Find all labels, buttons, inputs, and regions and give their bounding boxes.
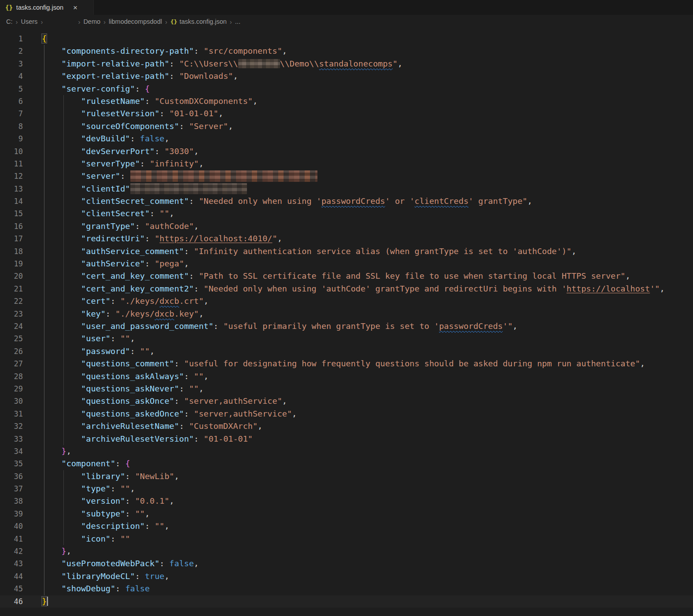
- code-line[interactable]: 4 "export-relative-path": "Downloads",: [0, 70, 693, 82]
- code-line[interactable]: 41 "icon": "": [0, 533, 693, 545]
- code-token: [42, 109, 81, 118]
- code-line[interactable]: 12 "server":: [0, 170, 693, 182]
- code-line[interactable]: 17 "redirectUri": "https://localhost:401…: [0, 232, 693, 245]
- code-line[interactable]: 46}: [0, 595, 693, 608]
- code-token: [42, 546, 62, 556]
- code-line[interactable]: 6 "rulesetName": "CustomDXComponents",: [0, 95, 693, 107]
- code-token: :: [174, 359, 184, 368]
- code-line[interactable]: 25 "user": "",: [0, 332, 693, 345]
- code-token: [42, 521, 81, 531]
- line-number: 25: [0, 332, 23, 345]
- line-number: 19: [0, 258, 23, 270]
- code-token: ,: [277, 234, 282, 243]
- breadcrumb-label: Users: [21, 18, 38, 25]
- breadcrumb-item[interactable]: C:: [6, 18, 13, 25]
- code-line[interactable]: 36 "library": "NewLib",: [0, 470, 693, 483]
- breadcrumb-item[interactable]: {}tasks.config.json: [170, 18, 227, 25]
- line-number: 11: [0, 158, 23, 170]
- code-line[interactable]: 42 },: [0, 545, 693, 557]
- code-line[interactable]: 15 "clientSecret": "",: [0, 207, 693, 220]
- breadcrumb-item[interactable]: Demo: [83, 18, 100, 25]
- line-number: 44: [0, 570, 23, 583]
- code-token: "redirectUri": [81, 234, 145, 243]
- tab-tasks-config-json[interactable]: {} tasks.config.json ×: [0, 0, 94, 15]
- code-line[interactable]: 20 "cert_and_key_comment": "Path to SSL …: [0, 270, 693, 282]
- editor[interactable]: 1{2 "components-directory-path": "src/co…: [0, 28, 693, 608]
- code-line[interactable]: 14 "clientSecret_comment": "Needed only …: [0, 195, 693, 207]
- line-number: 46: [0, 595, 23, 608]
- code-token: https://localhost:4010/: [159, 234, 272, 243]
- code-line[interactable]: 22 "cert": "./keys/dxcb.crt",: [0, 295, 693, 307]
- code-line[interactable]: 45 "showDebug": false: [0, 583, 693, 595]
- code-line[interactable]: 18 "authService_comment": "Infinity auth…: [0, 245, 693, 258]
- code-text: }: [42, 595, 48, 608]
- code-line[interactable]: 21 "cert_and_key_comment2": "Needed only…: [0, 283, 693, 295]
- code-line[interactable]: 40 "description": "",: [0, 520, 693, 532]
- code-token: dxcb: [155, 309, 174, 318]
- code-line[interactable]: 44 "libraryModeCL": true,: [0, 570, 693, 583]
- code-token: :: [170, 59, 179, 68]
- code-line[interactable]: 7 "rulesetVersion": "01-01-01",: [0, 107, 693, 120]
- code-line[interactable]: 8 "sourceOfComponents": "Server",: [0, 120, 693, 133]
- code-text: "cert_and_key_comment2": "Needed only wh…: [42, 283, 665, 295]
- line-number: 1: [0, 33, 23, 45]
- breadcrumb-item[interactable]: libmodecompsdodl: [109, 18, 162, 25]
- code-token: ,: [194, 147, 199, 156]
- code-line[interactable]: 33 "archiveRulesetVersion": "01-01-01": [0, 433, 693, 445]
- code-token: :: [155, 147, 164, 156]
- breadcrumb-item-redacted[interactable]: [46, 18, 75, 25]
- code-line[interactable]: 34 },: [0, 445, 693, 457]
- code-line[interactable]: 3 "import-relative-path": "C:\\Users\\\\…: [0, 58, 693, 70]
- code-token: .crt": [179, 296, 204, 306]
- code-line[interactable]: 23 "key": "./keys/dxcb.key",: [0, 308, 693, 320]
- code-line[interactable]: 28 "questions_askAlways": "",: [0, 370, 693, 383]
- code-token: :: [125, 496, 135, 505]
- code-token: [42, 271, 81, 280]
- code-token: "showDebug": [62, 584, 116, 593]
- code-line[interactable]: 9 "devBuild": false,: [0, 133, 693, 145]
- code-token: ,: [164, 134, 169, 143]
- code-token: "server,authService": [194, 409, 292, 418]
- code-token: "password": [81, 347, 130, 356]
- code-line[interactable]: 29 "questions_askNever": "",: [0, 383, 693, 395]
- code-line[interactable]: 13 "clientId": [0, 183, 693, 195]
- breadcrumb-item[interactable]: Users: [21, 18, 38, 25]
- code-text: "clientSecret": "",: [42, 207, 174, 220]
- code-line[interactable]: 5 "server-config": {: [0, 83, 693, 95]
- code-line[interactable]: 32 "archiveRulesetName": "CustomDXArch",: [0, 420, 693, 432]
- code-text: "devServerPort": "3030",: [42, 145, 199, 158]
- code-text: "redirectUri": "https://localhost:4010/"…: [42, 232, 282, 245]
- code-line[interactable]: 16 "grantType": "authCode",: [0, 220, 693, 232]
- code-line[interactable]: 30 "questions_askOnce": "server,authServ…: [0, 395, 693, 407]
- code-line[interactable]: 10 "devServerPort": "3030",: [0, 145, 693, 158]
- line-number: 37: [0, 483, 23, 495]
- code-line[interactable]: 2 "components-directory-path": "src/comp…: [0, 45, 693, 57]
- line-number: 18: [0, 245, 23, 258]
- code-token: "components-directory-path": [62, 46, 194, 55]
- code-line[interactable]: 11 "serverType": "infinity",: [0, 158, 693, 170]
- code-line[interactable]: 31 "questions_askedOnce": "server,authSe…: [0, 408, 693, 420]
- code-token: :: [135, 84, 145, 93]
- code-line[interactable]: 43 "usePromotedWebPack": false,: [0, 557, 693, 570]
- code-text: "components-directory-path": "src/compon…: [42, 45, 287, 57]
- code-line[interactable]: 26 "password": "",: [0, 345, 693, 358]
- code-line[interactable]: 19 "authService": "pega",: [0, 258, 693, 270]
- code-line[interactable]: 37 "type": "",: [0, 483, 693, 495]
- code-line[interactable]: 39 "subtype": "",: [0, 508, 693, 520]
- close-icon[interactable]: ×: [73, 4, 77, 11]
- line-number: 26: [0, 345, 23, 358]
- code-token: [42, 321, 81, 331]
- code-token: [42, 46, 62, 55]
- code-token: :: [120, 171, 130, 181]
- code-line[interactable]: 35 "component": {: [0, 457, 693, 470]
- code-line[interactable]: 24 "user_and_password_comment": "useful …: [0, 320, 693, 332]
- breadcrumb-item[interactable]: ...: [235, 18, 240, 25]
- code-line[interactable]: 38 "version": "0.0.1",: [0, 495, 693, 507]
- code-line[interactable]: 1{: [0, 33, 693, 45]
- code-line[interactable]: 27 "questions_comment": "useful for desi…: [0, 358, 693, 370]
- line-number: 39: [0, 508, 23, 520]
- code-token: "archiveRulesetVersion": [81, 434, 194, 443]
- code-token: [42, 171, 81, 181]
- code-text: "rulesetName": "CustomDXComponents",: [42, 95, 258, 107]
- code-token: :: [214, 321, 223, 331]
